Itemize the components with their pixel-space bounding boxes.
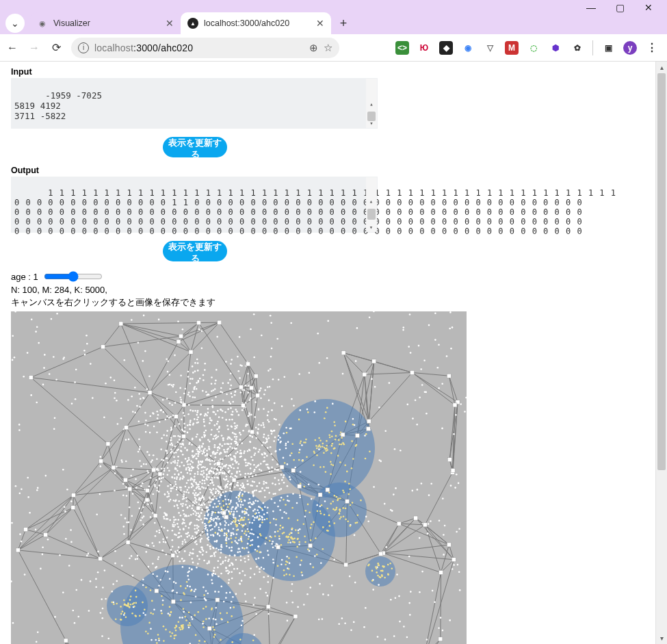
svg-rect-3012 xyxy=(99,556,103,561)
search-icon[interactable]: ⊕ xyxy=(309,42,318,54)
svg-point-2329 xyxy=(155,479,157,481)
svg-point-2596 xyxy=(266,518,268,520)
scroll-down-icon[interactable]: ▾ xyxy=(366,222,377,232)
svg-point-1732 xyxy=(190,521,192,524)
extension-icon-6[interactable]: ◌ xyxy=(527,41,540,55)
forward-button[interactable]: → xyxy=(27,41,41,55)
extension-icon-4[interactable]: ▽ xyxy=(483,41,497,55)
extension-icon-3[interactable]: ◉ xyxy=(461,41,475,55)
scroll-thumb[interactable] xyxy=(367,209,376,220)
svg-point-2007 xyxy=(222,473,224,475)
svg-point-1194 xyxy=(176,476,179,478)
svg-point-975 xyxy=(228,401,231,403)
svg-point-2697 xyxy=(227,506,229,508)
svg-point-541 xyxy=(250,329,252,331)
extension-icon-0[interactable]: <> xyxy=(395,41,409,55)
svg-point-521 xyxy=(253,447,255,449)
svg-point-615 xyxy=(158,556,160,558)
svg-point-2719 xyxy=(230,537,232,539)
output-textarea[interactable]: 1 1 1 1 1 1 1 1 1 1 1 1 1 1 1 1 1 1 1 1 … xyxy=(11,177,378,233)
scroll-down-icon[interactable]: ▾ xyxy=(656,632,667,644)
bookmark-star-icon[interactable]: ☆ xyxy=(324,42,332,54)
visualization-canvas[interactable] xyxy=(11,311,467,644)
address-bar[interactable]: i localhost:3000/ahc020 ⊕ ☆ xyxy=(71,38,339,58)
tab-search-dropdown[interactable]: ⌄ xyxy=(5,14,25,33)
extension-icon-7[interactable]: ⬢ xyxy=(549,41,562,55)
back-button[interactable]: ← xyxy=(5,41,19,55)
sidepanel-icon[interactable]: ▣ xyxy=(601,41,615,55)
window-minimize[interactable]: — xyxy=(586,3,596,12)
svg-line-16 xyxy=(184,405,243,406)
svg-point-1904 xyxy=(235,460,237,462)
tab-visualizer[interactable]: ◉ Visualizer ✕ xyxy=(30,12,181,34)
svg-point-2362 xyxy=(248,449,250,451)
svg-point-2061 xyxy=(198,493,200,495)
svg-point-2544 xyxy=(348,483,350,485)
svg-point-2857 xyxy=(213,629,215,631)
scroll-up-icon[interactable]: ▴ xyxy=(366,99,377,109)
svg-point-1884 xyxy=(239,377,241,379)
svg-point-397 xyxy=(228,558,230,561)
svg-point-2156 xyxy=(172,589,174,591)
svg-point-2291 xyxy=(259,568,261,570)
svg-point-2642 xyxy=(270,522,272,524)
extension-icon-2[interactable]: ◆ xyxy=(439,41,453,55)
svg-point-1440 xyxy=(187,480,189,482)
svg-point-962 xyxy=(213,468,215,470)
svg-point-2940 xyxy=(376,568,378,570)
svg-point-2454 xyxy=(112,583,114,585)
svg-point-1285 xyxy=(214,383,216,385)
svg-point-1668 xyxy=(187,466,189,468)
svg-point-864 xyxy=(216,423,218,425)
svg-point-1908 xyxy=(172,546,174,548)
svg-rect-3046 xyxy=(189,350,193,354)
svg-point-2627 xyxy=(283,569,285,571)
output-scrollbar[interactable]: ▴ ▾ xyxy=(366,177,377,232)
svg-line-123 xyxy=(179,322,220,342)
input-scrollbar[interactable]: ▴ ▾ xyxy=(366,79,377,128)
svg-point-1020 xyxy=(269,386,271,388)
svg-point-1054 xyxy=(452,326,454,329)
new-tab-button[interactable]: + xyxy=(334,14,353,33)
scroll-track[interactable] xyxy=(656,73,667,632)
svg-point-2387 xyxy=(76,589,78,591)
svg-point-1949 xyxy=(196,483,198,485)
update-display-button-2[interactable]: 表示を更新する xyxy=(163,241,227,261)
extension-icon-5[interactable]: M xyxy=(505,41,519,55)
tab-close-icon[interactable]: ✕ xyxy=(166,18,174,29)
svg-point-1076 xyxy=(441,383,443,385)
svg-line-168 xyxy=(374,361,413,372)
svg-point-420 xyxy=(158,319,160,321)
window-close[interactable]: ✕ xyxy=(644,3,653,12)
browser-menu-icon[interactable]: ⋮ xyxy=(645,41,659,55)
scroll-up-icon[interactable]: ▴ xyxy=(656,62,667,73)
update-display-button[interactable]: 表示を更新する xyxy=(163,137,227,157)
svg-point-2618 xyxy=(280,525,282,527)
age-slider[interactable] xyxy=(44,271,103,282)
svg-point-626 xyxy=(145,420,147,422)
svg-point-1863 xyxy=(101,598,103,600)
scroll-down-icon[interactable]: ▾ xyxy=(366,118,377,128)
extension-icon-1[interactable]: Ю xyxy=(417,41,431,55)
input-textarea[interactable]: -1959 -7025 5819 4192 3711 -5822 ▴ ▾ xyxy=(11,78,378,129)
tab-localhost-ahc020[interactable]: ▲ localhost:3000/ahc020 ✕ xyxy=(181,12,331,34)
svg-point-2093 xyxy=(453,564,455,566)
window-maximize[interactable]: ▢ xyxy=(615,3,625,12)
svg-point-1174 xyxy=(257,509,259,511)
svg-point-1516 xyxy=(201,348,203,350)
site-info-icon[interactable]: i xyxy=(78,42,89,53)
scroll-up-icon[interactable]: ▴ xyxy=(366,196,377,206)
reload-button[interactable]: ⟳ xyxy=(49,41,63,55)
page-scrollbar[interactable]: ▴ ▾ xyxy=(655,62,667,644)
svg-point-2582 xyxy=(291,452,293,454)
svg-point-1023 xyxy=(177,460,179,462)
svg-point-2197 xyxy=(167,467,169,469)
svg-point-1038 xyxy=(215,369,218,371)
output-text: 1 1 1 1 1 1 1 1 1 1 1 1 1 1 1 1 1 1 1 1 … xyxy=(14,188,616,236)
scroll-thumb[interactable] xyxy=(657,73,666,470)
extension-icon-8[interactable]: ✿ xyxy=(571,41,584,55)
svg-point-1460 xyxy=(195,498,197,500)
profile-avatar[interactable]: y xyxy=(623,41,637,55)
tab-close-icon[interactable]: ✕ xyxy=(316,18,324,29)
svg-point-2343 xyxy=(170,449,172,451)
